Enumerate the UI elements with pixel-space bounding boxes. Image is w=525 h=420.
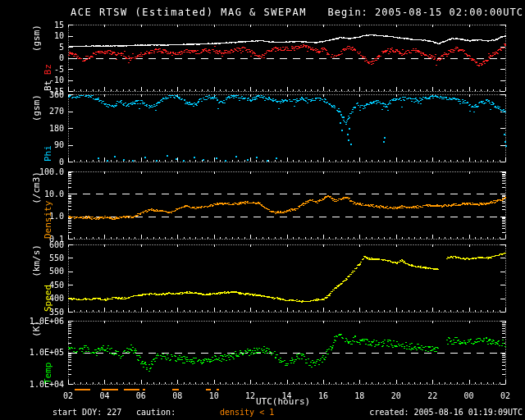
- ylabel-temp-unit: (K): [31, 321, 42, 384]
- ylabel-speed-text: Speed: [43, 285, 53, 312]
- ace-rtsw-plot-screen: ACE RTSW (Estimated) MAG & SWEPAM Begin:…: [0, 0, 525, 420]
- begin-timestamp: Begin: 2005-08-15 02:00:00UTC: [327, 7, 523, 18]
- caution-label: caution:: [136, 408, 176, 417]
- created-timestamp: created: 2005-08-16 01:19:09UTC: [369, 408, 523, 417]
- ylabel-bz: Bz: [43, 64, 53, 75]
- start-doy-label: start DOY: 227: [52, 408, 121, 417]
- ylabel-bt-bz-unit: (gsm): [31, 25, 42, 91]
- ylabel-speed-unit: (km/s): [31, 244, 42, 312]
- caution-value: density < 1: [220, 408, 274, 417]
- ylabel-phi-unit: (gsm): [31, 94, 42, 162]
- ylabel-density-unit: (/cm3): [31, 171, 42, 239]
- plot-canvas: [0, 0, 525, 420]
- ylabel-phi: Phi: [43, 94, 53, 162]
- page-title: ACE RTSW (Estimated) MAG & SWEPAM: [71, 7, 307, 18]
- ylabel-phi-text: Phi: [43, 145, 53, 162]
- ylabel-density-text: Density: [43, 201, 53, 239]
- ylabel-density: Density: [43, 171, 53, 239]
- ylabel-temp-text: Temp: [43, 363, 53, 385]
- ylabel-temp: Temp: [43, 321, 53, 384]
- ylabel-bt-bz: Bt Bz: [43, 25, 53, 91]
- ylabel-bt: Bt: [43, 75, 53, 91]
- x-axis-label: UTC(hours): [256, 396, 310, 407]
- ylabel-speed: Speed: [43, 244, 53, 312]
